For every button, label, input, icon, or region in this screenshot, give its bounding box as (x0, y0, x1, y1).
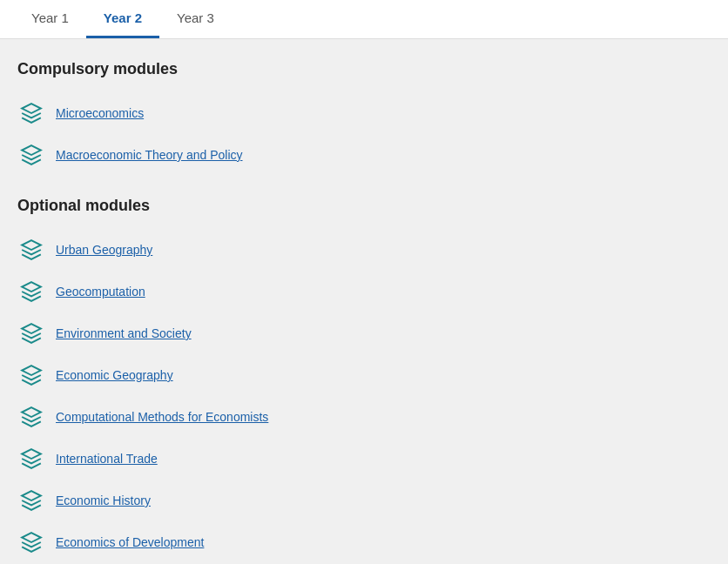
list-item: Microeconomics (17, 92, 711, 134)
compulsory-title: Compulsory modules (17, 60, 711, 78)
layers-icon (17, 528, 45, 556)
module-link-economics-development[interactable]: Economics of Development (56, 535, 204, 549)
layers-icon (17, 403, 45, 431)
svg-marker-5 (22, 366, 41, 375)
optional-section: Optional modules Urban Geography (17, 197, 711, 563)
tab-year3[interactable]: Year 3 (159, 0, 232, 38)
svg-marker-7 (22, 449, 41, 459)
svg-marker-1 (22, 145, 41, 155)
tabs-container: Year 1 Year 2 Year 3 (0, 0, 728, 39)
module-link-microeconomics[interactable]: Microeconomics (56, 106, 144, 120)
list-item: Macroeconomic Theory and Policy (17, 134, 711, 176)
list-item: Economics of Development (17, 521, 711, 563)
module-link-macroeconomic[interactable]: Macroeconomic Theory and Policy (56, 148, 243, 162)
svg-marker-2 (22, 240, 41, 250)
layers-icon (17, 99, 45, 127)
svg-marker-8 (22, 491, 41, 500)
module-link-urban-geography[interactable]: Urban Geography (56, 243, 152, 257)
svg-marker-9 (22, 533, 41, 542)
svg-marker-4 (22, 324, 41, 333)
module-link-geocomputation[interactable]: Geocomputation (56, 285, 145, 299)
list-item: Economic History (17, 480, 711, 521)
layers-icon (17, 445, 45, 473)
svg-marker-3 (22, 282, 41, 292)
list-item: Computational Methods for Economists (17, 396, 711, 438)
layers-icon (17, 361, 45, 389)
module-link-international-trade[interactable]: International Trade (56, 452, 158, 466)
tab-year1[interactable]: Year 1 (14, 0, 86, 38)
layers-icon (17, 141, 45, 169)
tab-year2[interactable]: Year 2 (86, 0, 159, 38)
main-content: Compulsory modules Microeconomics Macroe (0, 39, 728, 564)
list-item: International Trade (17, 438, 711, 480)
layers-icon (17, 278, 45, 306)
layers-icon (17, 487, 45, 514)
layers-icon (17, 319, 45, 347)
optional-title: Optional modules (17, 197, 711, 215)
list-item: Geocomputation (17, 271, 711, 312)
svg-marker-0 (22, 104, 41, 113)
svg-marker-6 (22, 407, 41, 417)
module-link-economic-history[interactable]: Economic History (56, 494, 151, 507)
layers-icon (17, 236, 45, 264)
compulsory-module-list: Microeconomics Macroeconomic Theory and … (17, 92, 711, 176)
list-item: Urban Geography (17, 229, 711, 271)
list-item: Environment and Society (17, 312, 711, 354)
module-link-environment-society[interactable]: Environment and Society (56, 326, 192, 340)
module-link-economic-geography[interactable]: Economic Geography (56, 368, 173, 382)
optional-module-list: Urban Geography Geocomputation (17, 229, 711, 563)
list-item: Economic Geography (17, 354, 711, 396)
module-link-computational-methods[interactable]: Computational Methods for Economists (56, 410, 268, 424)
